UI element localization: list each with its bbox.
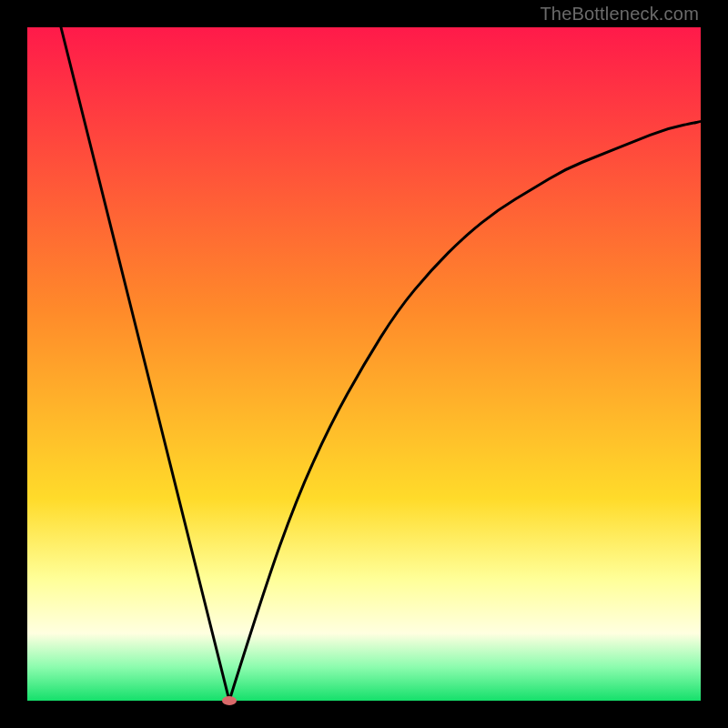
watermark-text: TheBottleneck.com [540,4,699,25]
chart-frame: TheBottleneck.com [0,0,728,728]
curve-right-branch [229,122,701,701]
plot-area [27,27,701,701]
minimum-marker [222,696,237,705]
curve-left-branch [61,27,229,701]
bottleneck-curve [27,27,701,701]
